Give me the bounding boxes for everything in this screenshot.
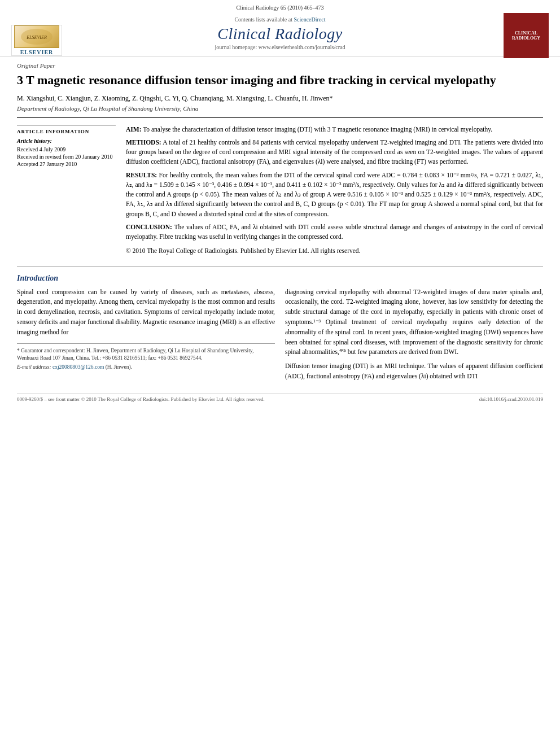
conclusion-text-content: The values of ADC, FA, and λi obtained w… bbox=[126, 224, 543, 240]
email-address: cxj20080803@126.com bbox=[53, 364, 104, 370]
journal-name: Clinical Radiology bbox=[11, 25, 549, 43]
cr-logo: CLINICAL RADIOLOGY bbox=[504, 13, 549, 58]
elsevier-logo-image: ELSEVIER bbox=[14, 25, 59, 48]
right-column-abstract: AIM: To analyse the characterization of … bbox=[126, 125, 543, 260]
sciencedirect-link[interactable]: ScienceDirect bbox=[294, 16, 325, 23]
methods-text-content: A total of 21 healthy controls and 84 pa… bbox=[126, 139, 543, 165]
intro-left-col: Spinal cord compression can be caused by… bbox=[17, 287, 275, 386]
journal-homepage: journal homepage: www.elsevierhealth.com… bbox=[11, 44, 549, 50]
intro-columns: Spinal cord compression can be caused by… bbox=[17, 287, 543, 386]
conclusion-paragraph: CONCLUSION: The values of ADC, FA, and λ… bbox=[126, 222, 543, 242]
aim-paragraph: AIM: To analyse the characterization of … bbox=[126, 125, 543, 134]
authors: M. Xiangshui, C. Xiangjun, Z. Xiaoming, … bbox=[17, 94, 543, 103]
page-wrapper: Clinical Radiology 65 (2010) 465–473 ELS… bbox=[0, 0, 560, 747]
svg-text:ELSEVIER: ELSEVIER bbox=[26, 35, 47, 40]
affiliation: Department of Radiology, Qi Lu Hospital … bbox=[17, 105, 543, 118]
methods-paragraph: METHODS: A total of 21 healthy controls … bbox=[126, 138, 543, 167]
footer-issn: 0009-9260/$ – see front matter © 2010 Th… bbox=[17, 396, 265, 402]
contents-text: Contents lists available at bbox=[234, 16, 292, 23]
introduction-section: Introduction Spinal cord compression can… bbox=[17, 274, 543, 386]
article-info-heading: ARTICLE INFORMATION bbox=[17, 129, 116, 134]
revised-date: Received in revised form 20 January 2010 bbox=[17, 154, 116, 160]
content-area: Original Paper 3 T magnetic resonance di… bbox=[0, 56, 560, 408]
intro-right-col: diagnosing cervical myelopathy with abno… bbox=[285, 287, 543, 386]
intro-title: Introduction bbox=[17, 274, 543, 283]
article-info-box: ARTICLE INFORMATION Article history: Rec… bbox=[17, 125, 116, 167]
conclusion-label: CONCLUSION: bbox=[126, 224, 172, 230]
intro-para-right2: Diffusion tensor imaging (DTI) is an MRI… bbox=[285, 361, 543, 382]
article-history-label: Article history: bbox=[17, 138, 116, 144]
copyright-line: © 2010 The Royal College of Radiologists… bbox=[126, 246, 543, 256]
cr-logo-line1: CLINICAL bbox=[515, 30, 537, 36]
cr-logo-line2: RADIOLOGY bbox=[512, 36, 540, 41]
elsevier-logo: ELSEVIER ELSEVIER bbox=[11, 25, 62, 56]
section-divider bbox=[17, 267, 543, 267]
journal-banner: ELSEVIER ELSEVIER Contents lists availab… bbox=[11, 13, 549, 56]
aim-text-content: To analyse the characterization of diffu… bbox=[143, 126, 492, 133]
intro-para1: Spinal cord compression can be caused by… bbox=[17, 287, 275, 338]
intro-para-right1: diagnosing cervical myelopathy with abno… bbox=[285, 287, 543, 358]
received-date: Received 4 July 2009 bbox=[17, 146, 116, 152]
methods-label: METHODS: bbox=[126, 139, 161, 146]
abstract-section: AIM: To analyse the characterization of … bbox=[126, 125, 543, 256]
email-label: E-mail address: bbox=[17, 364, 51, 370]
accepted-date: Accepted 27 January 2010 bbox=[17, 161, 116, 167]
article-title: 3 T magnetic resonance diffusion tensor … bbox=[17, 72, 543, 89]
cr-logo-inner: CLINICAL RADIOLOGY bbox=[504, 13, 549, 58]
section-label: Original Paper bbox=[17, 62, 543, 69]
journal-header: Clinical Radiology 65 (2010) 465–473 ELS… bbox=[0, 0, 560, 56]
aim-label: AIM: bbox=[126, 126, 141, 133]
footnote-area: * Guarantor and correspondent: H. Jinwen… bbox=[17, 343, 275, 372]
footer-doi: doi:10.1016/j.crad.2010.01.019 bbox=[479, 396, 543, 402]
citation-line: Clinical Radiology 65 (2010) 465–473 bbox=[11, 5, 549, 11]
elsevier-brand-text: ELSEVIER bbox=[20, 49, 54, 55]
footnote-email: E-mail address: cxj20080803@126.com (H. … bbox=[17, 364, 275, 371]
footnote-star: * Guarantor and correspondent: H. Jinwen… bbox=[17, 347, 275, 362]
left-column: ARTICLE INFORMATION Article history: Rec… bbox=[17, 125, 116, 260]
results-text-content: For healthy controls, the mean values fr… bbox=[126, 172, 543, 217]
results-paragraph: RESULTS: For healthy controls, the mean … bbox=[126, 171, 543, 219]
article-body-top: ARTICLE INFORMATION Article history: Rec… bbox=[17, 125, 543, 260]
results-label: RESULTS: bbox=[126, 172, 157, 178]
page-footer: 0009-9260/$ – see front matter © 2010 Th… bbox=[17, 394, 543, 402]
email-suffix: (H. Jinwen). bbox=[106, 364, 132, 370]
